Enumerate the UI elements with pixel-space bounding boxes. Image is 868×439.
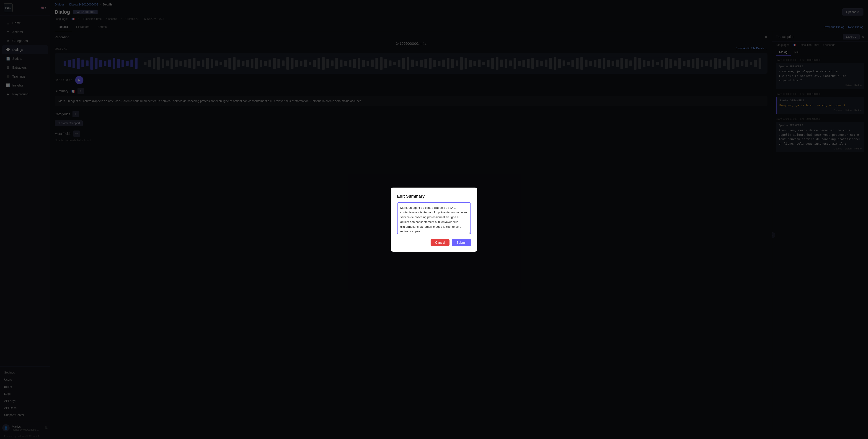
modal-buttons: Cancel Submit bbox=[397, 239, 471, 246]
modal-cancel-button[interactable]: Cancel bbox=[431, 239, 450, 246]
edit-summary-modal: Edit Summary Cancel Submit bbox=[391, 187, 477, 252]
modal-submit-button[interactable]: Submit bbox=[452, 239, 471, 246]
modal-title: Edit Summary bbox=[397, 194, 471, 199]
modal-overlay: Edit Summary Cancel Submit bbox=[0, 0, 868, 439]
modal-textarea[interactable] bbox=[397, 202, 471, 234]
